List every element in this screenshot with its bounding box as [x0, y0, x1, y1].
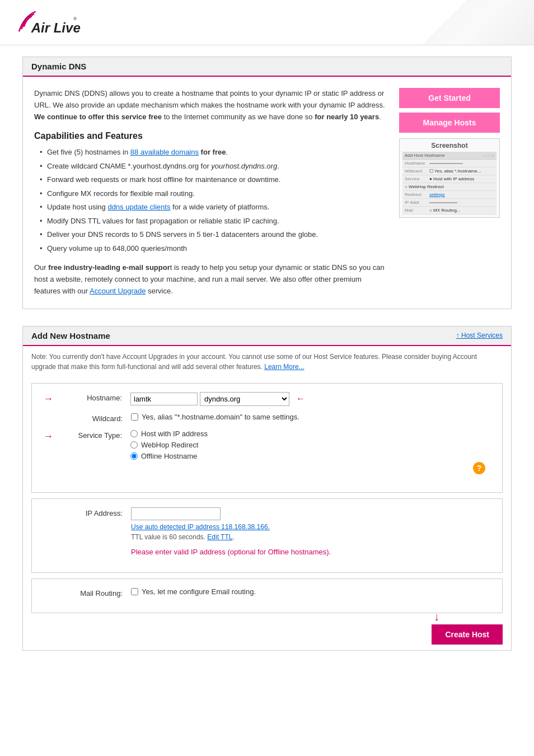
arrow-down-indicator: ↓	[434, 610, 439, 623]
service-option-0[interactable]: Host with IP address	[130, 430, 491, 438]
hostname-form-section: → Hostname: dyndns.org dyndns.net dyndns…	[31, 383, 503, 493]
svg-text:®: ®	[73, 16, 77, 21]
wildcard-control: Yes, alias "*.hostname.domain" to same s…	[131, 413, 491, 421]
main-content: Dynamic DNS Dynamic DNS (DDNS) allows yo…	[0, 45, 534, 679]
ttl-text: TTL value is 60 seconds. Edit TTL.	[131, 533, 491, 541]
mail-routing-row: Mail Routing: Yes, let me configure Emai…	[43, 587, 491, 598]
hostname-domain-select[interactable]: dyndns.org dyndns.net dyndns.com dyndns.…	[200, 392, 289, 406]
dynamic-dns-title: Dynamic DNS	[23, 57, 511, 77]
screenshot-label: Screenshot	[402, 142, 496, 150]
hostname-arrow-left: →	[43, 392, 53, 405]
dynamic-dns-title-text: Dynamic DNS	[31, 62, 86, 71]
wildcard-label: Wildcard:	[58, 413, 131, 423]
note-text: Note: You currently don't have Account U…	[23, 346, 511, 377]
host-services-link[interactable]: ↑ Host Services	[456, 332, 503, 339]
dynamic-dns-section: Dynamic DNS Dynamic DNS (DDNS) allows yo…	[22, 57, 512, 309]
capability-item: Create wildcard CNAME *.yourhost.dyndns.…	[37, 161, 388, 172]
manage-hosts-button[interactable]: Manage Hosts	[399, 113, 500, 133]
screenshot-box: Screenshot Add Host Hostname — □ × Hostn…	[399, 138, 500, 218]
add-hostname-title-row: Add New Hostname ↑ Host Services	[23, 326, 511, 346]
available-domains-link[interactable]: 88 available domains	[130, 148, 199, 156]
help-icon[interactable]: ?	[473, 462, 485, 474]
mail-routing-label: Mail Routing:	[58, 587, 131, 598]
service-type-row: → Service Type: Host with IP address Web…	[43, 430, 491, 477]
wildcard-row: Wildcard: Yes, alias "*.hostname.domain"…	[43, 413, 491, 423]
mail-routing-control: Yes, let me configure Email routing.	[131, 587, 491, 596]
add-hostname-section: Add New Hostname ↑ Host Services Note: Y…	[22, 326, 512, 651]
ip-address-section: IP Address: Use auto detected IP address…	[31, 498, 503, 573]
ip-address-row: IP Address: Use auto detected IP address…	[43, 507, 491, 558]
service-arrow: →	[43, 430, 53, 442]
edit-ttl-link[interactable]: Edit TTL	[207, 533, 232, 541]
service-radio-webhop[interactable]	[130, 441, 138, 449]
mail-routing-text: Yes, let me configure Email routing.	[142, 587, 256, 596]
ip-address-control: Use auto detected IP address 118.168.38.…	[131, 507, 491, 558]
airlive-logo: Air Live ®	[17, 8, 84, 39]
mail-routing-checkbox[interactable]	[131, 588, 138, 595]
ip-address-input[interactable]	[131, 507, 221, 520]
intro-paragraph: Dynamic DNS (DDNS) allows you to create …	[34, 88, 388, 123]
dynamic-dns-main: Dynamic DNS (DDNS) allows you to create …	[34, 88, 388, 297]
free-support-text: Our free industry-leading e-mail support…	[34, 262, 388, 297]
get-started-button[interactable]: Get Started	[399, 88, 500, 108]
hostname-input[interactable]	[130, 393, 198, 405]
capability-item: Get five (5) hostnames in 88 available d…	[37, 147, 388, 158]
screenshot-mini: Add Host Hostname — □ × Hostname Wildcar…	[402, 152, 496, 214]
wildcard-text: Yes, alias "*.hostname.domain" to same s…	[142, 413, 299, 421]
capability-item: Deliver your DNS records to 5 DNS server…	[37, 229, 388, 240]
hostname-inputs: dyndns.org dyndns.net dyndns.com dyndns.…	[130, 392, 491, 406]
service-radio-offline[interactable]	[130, 452, 138, 460]
svg-text:Air Live: Air Live	[31, 20, 81, 35]
capabilities-title: Capabilities and Features	[34, 131, 388, 141]
wildcard-checkbox[interactable]	[131, 413, 138, 421]
service-option-2[interactable]: Offline Hostname	[130, 452, 491, 460]
page-header: Air Live ®	[0, 0, 534, 45]
mail-routing-section: Mail Routing: Yes, let me configure Emai…	[31, 578, 503, 613]
capability-item: Configure MX records for flexible mail r…	[37, 188, 388, 199]
auto-detect-link[interactable]: Use auto detected IP address 118.168.38.…	[131, 523, 491, 531]
capability-item: Update host using ddns update clients fo…	[37, 202, 388, 213]
hostname-label: Hostname:	[58, 392, 130, 402]
form-footer: ↓ Create Host	[23, 619, 511, 650]
capability-item: Query volume up to 648,000 queries/month	[37, 243, 388, 254]
account-upgrade-link[interactable]: Account Upgrade	[90, 287, 146, 295]
ddns-clients-link[interactable]: ddns update clients	[107, 203, 170, 211]
service-type-label: Service Type:	[58, 430, 130, 440]
service-radio-host[interactable]	[130, 430, 138, 437]
create-host-button[interactable]: Create Host	[432, 624, 503, 645]
offline-notice: Please enter valid IP address (optional …	[131, 547, 491, 558]
hostname-row: → Hostname: dyndns.org dyndns.net dyndns…	[43, 392, 491, 406]
hostname-arrow-right: ←	[296, 394, 305, 404]
capability-item: Modify DNS TTL values for fast propagati…	[37, 216, 388, 227]
service-type-control: Host with IP address WebHop Redirect Off…	[130, 430, 491, 460]
capability-item: Forward web requests or mark host offlin…	[37, 174, 388, 185]
ip-address-label: IP Address:	[58, 507, 131, 517]
add-hostname-title: Add New Hostname	[31, 331, 110, 340]
capabilities-list: Get five (5) hostnames in 88 available d…	[34, 147, 388, 254]
dynamic-dns-sidebar: Get Started Manage Hosts Screenshot Add …	[399, 88, 500, 297]
service-option-1[interactable]: WebHop Redirect	[130, 441, 491, 449]
dynamic-dns-content: Dynamic DNS (DDNS) allows you to create …	[23, 77, 511, 309]
learn-more-link[interactable]: Learn More...	[264, 363, 304, 371]
